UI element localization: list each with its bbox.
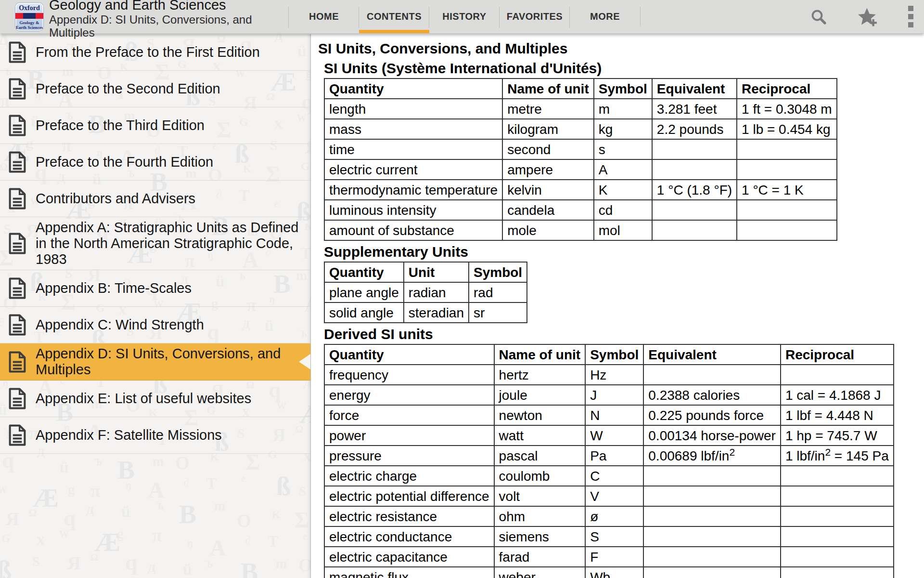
sidebar-item-3[interactable]: Preface to the Third Edition [0,107,310,144]
table-cell: energy [324,385,494,405]
table-cell: N [585,405,643,425]
table-cell: newton [494,405,586,425]
table-cell [781,567,894,578]
document-icon [8,387,27,410]
table-cell: pascal [494,446,586,466]
table-cell: magnetic flux [324,567,494,578]
section-derived-si-units: Derived SI units QuantityName of unitSym… [318,326,924,578]
table-cell: frequency [324,365,494,385]
table-cell [643,466,781,486]
table-cell [737,159,837,180]
document-icon [8,187,27,210]
table-cell: Hz [585,365,643,385]
table-cell: J [585,385,643,405]
table-cell [652,220,737,240]
table-row: electric resistanceohmø [324,506,894,526]
table-header-row: QuantityName of unitSymbolEquivalentReci… [324,344,894,365]
sidebar-item-label: Appendix B: Time-Scales [36,280,192,296]
contents-list: From the Preface to the First EditionPre… [0,34,310,454]
table-cell: 3.281 feet [652,99,737,119]
sidebar-item-10[interactable]: Appendix E: List of useful websites [0,381,310,417]
document-icon [8,232,27,255]
table-cell: electric conductance [324,526,494,547]
column-header: Equivalent [643,344,781,365]
table-row: lengthmetrem3.281 feet1 ft = 0.3048 m [324,99,837,119]
logo-band [15,13,43,19]
sidebar-item-5[interactable]: Contributors and Advisers [0,181,310,217]
table-cell: Pa [585,446,643,466]
sidebar-item-11[interactable]: Appendix F: Satellite Missions [0,417,310,454]
table-cell [781,466,894,486]
table-cell: 1 lbf = 4.448 N [781,405,894,425]
logo-subject-line2: Earth Sciences [15,25,43,30]
table-cell: mol [594,220,652,240]
table-header-row: QuantityName of unitSymbolEquivalentReci… [324,79,837,99]
tab-bar: HOMECONTENTSHISTORYFAVORITESMORE [289,0,641,33]
table-cell: A [594,159,652,180]
sidebar-item-9-selected[interactable]: Appendix D: SI Units, Conversions, and M… [0,343,310,381]
table-cell: mole [502,220,594,240]
tab-contents[interactable]: CONTENTS [359,0,429,33]
search-button[interactable] [810,8,827,26]
table-cell: watt [494,425,586,446]
table-cell [643,567,781,578]
tab-label: CONTENTS [367,11,422,22]
tab-more[interactable]: MORE [570,0,640,33]
table-cell: time [324,139,502,159]
table-cell [643,506,781,526]
table-cell: electric capacitance [324,547,494,567]
table-cell [781,486,894,506]
sidebar-item-1[interactable]: From the Preface to the First Edition [0,34,310,71]
table-cell: m [594,99,652,119]
table-row: solid anglesteradiansr [324,302,527,323]
table-row: pressurepascalPa0.00689 lbf/in21 lbf/in2… [324,446,894,466]
sidebar-item-4[interactable]: Preface to the Fourth Edition [0,144,310,181]
sidebar-item-8[interactable]: Appendix C: Wind Strength [0,307,310,343]
sidebar-item-label: Appendix C: Wind Strength [36,317,204,333]
si-units-table: QuantityName of unitSymbolEquivalentReci… [324,78,837,241]
table-cell: coulomb [494,466,586,486]
table-cell: siemens [494,526,586,547]
table-row: powerwattW0.00134 horse-power1 hp = 745.… [324,425,894,446]
table-cell [737,200,837,220]
section-heading-supplementary-units: Supplementary Units [324,243,924,261]
add-favorite-button[interactable] [857,7,878,26]
tab-home[interactable]: HOME [289,0,359,33]
sidebar-item-label: From the Preface to the First Edition [36,44,260,60]
sidebar-item-6[interactable]: Appendix A: Stratigraphic Units as Defin… [0,217,310,270]
table-cell [737,220,837,240]
table-cell: rad [469,282,527,302]
search-icon [810,8,827,26]
table-cell: force [324,405,494,425]
column-header: Symbol [585,344,643,365]
article-pane[interactable]: SI Units, Conversions, and Multiples SI … [311,34,924,578]
document-icon [8,351,27,373]
table-row: forcenewtonN0.225 pounds force1 lbf = 4.… [324,405,894,425]
column-header: Equivalent [652,79,737,99]
table-cell [652,200,737,220]
column-header: Unit [404,262,469,282]
tab-label: FAVORITES [507,11,563,22]
tab-favorites[interactable]: FAVORITES [500,0,570,33]
table-cell: 0.00689 lbf/in2 [643,446,781,466]
section-heading-derived-si-units: Derived SI units [324,326,924,343]
content-title: SI Units, Conversions, and Multiples [318,40,924,57]
sidebar-item-label: Contributors and Advisers [36,191,195,207]
sidebar-item-2[interactable]: Preface to the Second Edition [0,71,310,107]
table-cell: farad [494,547,586,567]
table-cell [781,506,894,526]
table-cell: solid angle [324,302,404,323]
sidebar-item-7[interactable]: Appendix B: Time-Scales [0,270,310,307]
table-row: electric potential differencevoltV [324,486,894,506]
table-cell: electric resistance [324,506,494,526]
table-cell: electric potential difference [324,486,494,506]
overflow-menu-button[interactable] [908,6,913,27]
table-cell: S [585,526,643,547]
derived-si-units-table: QuantityName of unitSymbolEquivalentReci… [324,344,894,578]
table-cell: thermodynamic temperature [324,180,502,200]
table-cell [643,486,781,506]
column-header: Quantity [324,262,404,282]
table-cell: 0.00134 horse-power [643,425,781,446]
table-cell: volt [494,486,586,506]
tab-history[interactable]: HISTORY [429,0,500,33]
